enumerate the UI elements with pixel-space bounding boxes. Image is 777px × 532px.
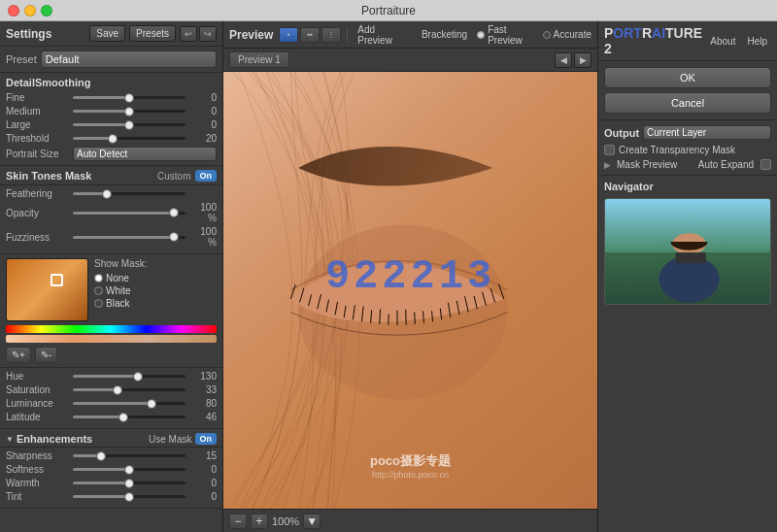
app-title: Portraiture [361, 4, 416, 17]
eyedropper-add-btn[interactable]: ✎+ [6, 347, 31, 363]
portrait-size-select[interactable]: Auto Detect [73, 147, 217, 161]
luminance-row: Luminance 80 [6, 398, 217, 409]
large-label: Large [6, 119, 69, 130]
tint-label: Tint [6, 491, 69, 502]
on-badge[interactable]: On [195, 170, 218, 182]
fine-track[interactable] [73, 96, 186, 99]
hue-strip[interactable] [6, 325, 217, 333]
preset-label: Preset [6, 53, 37, 65]
softness-track[interactable] [73, 468, 186, 471]
opacity-track[interactable] [73, 212, 186, 215]
add-preview-btn[interactable]: Add Preview [354, 22, 412, 48]
softness-value: 0 [189, 464, 217, 475]
settings-title: Settings [6, 27, 85, 41]
black-radio[interactable] [94, 299, 103, 308]
bracketing-btn[interactable]: Bracketing [418, 27, 471, 42]
detail-smoothing-section: DetailSmoothing Fine 0 Medium 0 Large [0, 73, 222, 166]
help-btn[interactable]: Help [743, 34, 771, 49]
skin-strip [6, 335, 217, 343]
zoom-dropdown-btn[interactable]: ▼ [303, 514, 321, 529]
warmth-track[interactable] [73, 482, 186, 484]
create-transparency-checkbox[interactable] [604, 145, 615, 155]
color-gradient[interactable] [6, 258, 88, 321]
zoom-out-btn[interactable]: − [229, 514, 247, 529]
none-radio-row[interactable]: None [94, 273, 147, 283]
tint-track[interactable] [73, 495, 186, 498]
single-view-icon[interactable]: ▪ [279, 27, 298, 43]
left-panel: Settings Save Presets ↩ ↪ Preset Default… [0, 21, 223, 532]
latitude-label: Latitude [6, 412, 69, 422]
tab-prev-icon[interactable]: ◀ [555, 52, 572, 68]
collapse-icon: ▼ [6, 435, 14, 444]
feathering-track[interactable] [73, 192, 186, 195]
zoom-in-btn[interactable]: + [251, 514, 268, 529]
minimize-button[interactable] [24, 5, 36, 17]
feathering-label: Feathering [6, 188, 69, 199]
show-mask-area: Show Mask: None White Black [94, 258, 147, 321]
tab-next-icon[interactable]: ▶ [574, 52, 591, 68]
preset-select[interactable]: Default [41, 50, 217, 68]
maximize-button[interactable] [41, 5, 52, 17]
preset-row: Preset Default [0, 47, 222, 73]
create-transparency-row: Create Transparency Mask [604, 145, 771, 155]
opacity-value: 100 % [189, 202, 217, 223]
latitude-track[interactable] [73, 416, 186, 418]
nav-icons: ↩ ↪ [180, 26, 217, 42]
cancel-button[interactable]: Cancel [604, 92, 771, 114]
custom-badge: Custom [157, 171, 190, 182]
code-number: 922213 [325, 253, 495, 300]
split-view-icon[interactable]: ▪▪ [300, 27, 320, 43]
close-button[interactable] [8, 5, 19, 17]
latitude-row: Latitude 46 [6, 412, 217, 422]
accurate-label: Accurate [554, 29, 591, 40]
black-radio-row[interactable]: Black [94, 298, 147, 309]
eyedropper-row: ✎+ ✎- [6, 347, 217, 363]
preview-tab-1[interactable]: Preview 1 [229, 51, 289, 68]
auto-expand-checkbox[interactable] [760, 159, 771, 170]
white-radio[interactable] [94, 286, 103, 295]
output-section: Output Current Layer Create Transparency… [598, 120, 777, 176]
multi-view-icon[interactable]: ⋮ [321, 27, 341, 43]
fast-preview-group: Fast Preview Accurate [477, 24, 591, 46]
color-picker-inner: Show Mask: None White Black [6, 258, 217, 321]
large-track[interactable] [73, 123, 186, 126]
threshold-value: 20 [189, 133, 217, 144]
sharpness-track[interactable] [73, 454, 186, 457]
output-header: Output Current Layer [604, 125, 771, 140]
undo-icon[interactable]: ↩ [180, 26, 197, 42]
opacity-row: Opacity 100 % [6, 202, 217, 223]
zoom-level: 100% [272, 515, 299, 527]
panel-header: Settings Save Presets ↩ ↪ [0, 21, 222, 47]
feathering-row: Feathering [6, 188, 217, 199]
presets-button[interactable]: Presets [129, 25, 176, 42]
accurate-radio[interactable]: Accurate [543, 29, 591, 40]
enhancements-sliders: Sharpness 15 Softness 0 Warmth [0, 448, 222, 509]
luminance-track[interactable] [73, 402, 186, 405]
fast-preview-radio[interactable]: Fast Preview [477, 24, 533, 46]
accurate-dot[interactable] [543, 31, 551, 39]
fine-value: 0 [189, 92, 217, 103]
save-button[interactable]: Save [89, 25, 125, 42]
mask-preview-row: ▶ Mask Preview Auto Expand [604, 159, 771, 170]
fuzziness-track[interactable] [73, 236, 186, 239]
fast-preview-dot[interactable] [477, 31, 485, 39]
fuzziness-row: Fuzziness 100 % [6, 226, 217, 248]
hue-track[interactable] [73, 375, 186, 378]
about-btn[interactable]: About [706, 34, 739, 49]
color-cursor [51, 274, 63, 286]
fast-preview-label: Fast Preview [488, 24, 533, 46]
sharpness-value: 15 [189, 450, 217, 461]
saturation-track[interactable] [73, 388, 186, 391]
medium-label: Medium [6, 106, 69, 116]
use-mask-on-badge[interactable]: On [195, 433, 218, 445]
mask-preview-collapse-icon[interactable]: ▶ [604, 160, 611, 170]
threshold-track[interactable] [73, 137, 186, 140]
none-radio[interactable] [94, 274, 103, 283]
color-picker-area: Show Mask: None White Black [0, 254, 222, 368]
output-select[interactable]: Current Layer [643, 125, 771, 140]
white-radio-row[interactable]: White [94, 285, 147, 296]
redo-icon[interactable]: ↪ [199, 26, 217, 42]
medium-track[interactable] [73, 110, 186, 113]
eyedropper-remove-btn[interactable]: ✎- [35, 347, 57, 363]
ok-button[interactable]: OK [604, 67, 771, 88]
